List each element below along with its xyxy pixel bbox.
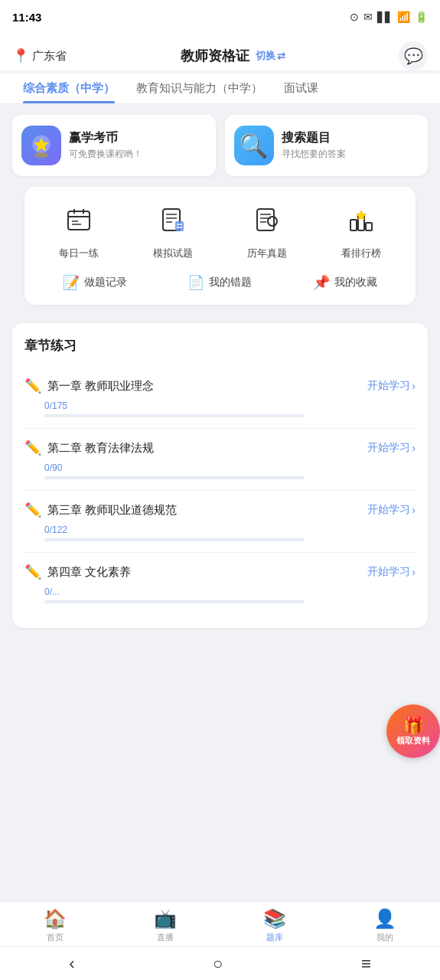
quick-item-mistakes[interactable]: 📄 我的错题 bbox=[187, 274, 252, 291]
tab-interview[interactable]: 面试课 bbox=[273, 74, 329, 103]
tab-label-2: 面试课 bbox=[284, 81, 318, 94]
quick-section: 每日一练 模拟试题 bbox=[24, 187, 416, 305]
location-text: 广东省 bbox=[32, 49, 67, 64]
favorites-icon: 📌 bbox=[313, 274, 330, 291]
chapter-item-4[interactable]: ✏️ 第四章 文化素养 开始学习 › 0/... bbox=[24, 553, 416, 614]
svg-rect-3 bbox=[68, 211, 90, 230]
chapter-start-3[interactable]: 开始学习 › bbox=[367, 503, 416, 517]
profile-icon: 👤 bbox=[373, 908, 396, 929]
tabs-bar: 综合素质（中学） 教育知识与能力（中学） 面试课 bbox=[0, 74, 440, 104]
status-icons: ⊙ ✉ ▋▋ 📶 🔋 bbox=[350, 11, 428, 23]
chapter-row-1: ✏️ 第一章 教师职业理念 开始学习 › bbox=[24, 377, 416, 394]
quick-item-favorites[interactable]: 📌 我的收藏 bbox=[313, 274, 377, 291]
switch-icon: ⇄ bbox=[277, 51, 285, 62]
svg-rect-21 bbox=[350, 220, 357, 230]
chapter-progress-1: 0/175 bbox=[24, 400, 416, 417]
chapter-section-title: 章节练习 bbox=[24, 337, 416, 354]
daily-practice-icon bbox=[59, 201, 99, 240]
banner-row: 赢学考币 可免费换课程哟！ 🔍 搜索题目 寻找想要的答案 bbox=[0, 104, 440, 187]
nav-item-profile[interactable]: 👤 我的 bbox=[330, 908, 440, 943]
message-icon: ✉ bbox=[363, 11, 373, 23]
status-bar: 11:43 ⊙ ✉ ▋▋ 📶 🔋 bbox=[0, 0, 440, 34]
signal-icon: ▋▋ bbox=[377, 11, 393, 23]
switch-button[interactable]: 切换 ⇄ bbox=[256, 49, 285, 63]
svg-rect-23 bbox=[366, 223, 372, 230]
chapter-progress-2: 0/90 bbox=[24, 462, 416, 479]
nav-label-live: 直播 bbox=[157, 932, 174, 943]
chapter-chevron-2: › bbox=[412, 442, 416, 454]
chapter-edit-icon-4: ✏️ bbox=[24, 564, 41, 580]
quick-sub-label-mistakes: 我的错题 bbox=[209, 276, 252, 289]
chapter-edit-icon-3: ✏️ bbox=[24, 501, 41, 518]
quick-sub-label-records: 做题记录 bbox=[84, 276, 127, 289]
header-location[interactable]: 📍 广东省 bbox=[12, 47, 67, 64]
chapter-row-4: ✏️ 第四章 文化素养 开始学习 › bbox=[24, 564, 416, 580]
chapter-name-3: 第三章 教师职业道德规范 bbox=[47, 503, 177, 518]
chapter-row-3: ✏️ 第三章 教师职业道德规范 开始学习 › bbox=[24, 501, 416, 518]
chapter-item-2[interactable]: ✏️ 第二章 教育法律法规 开始学习 › 0/90 bbox=[24, 429, 416, 491]
svg-rect-13 bbox=[175, 221, 184, 231]
quick-item-records[interactable]: 📝 做题记录 bbox=[63, 274, 127, 291]
home-icon: 🏠 bbox=[44, 908, 67, 929]
header-title: 教师资格证 切换 ⇄ bbox=[181, 47, 285, 65]
star-coin-icon bbox=[28, 132, 55, 159]
status-time: 11:43 bbox=[12, 11, 41, 24]
chapter-edit-icon-1: ✏️ bbox=[24, 377, 41, 394]
progress-bar-bg-3 bbox=[44, 538, 305, 541]
chapter-start-label-2: 开始学习 bbox=[367, 441, 410, 455]
records-icon: 📝 bbox=[63, 274, 80, 291]
chat-icon: 💬 bbox=[404, 47, 423, 65]
chapter-start-label-3: 开始学习 bbox=[367, 503, 410, 517]
library-icon: 📚 bbox=[263, 908, 286, 929]
chapter-progress-4: 0/... bbox=[24, 586, 416, 603]
chapter-count-2: 0/90 bbox=[44, 462, 416, 473]
nav-item-home[interactable]: 🏠 首页 bbox=[0, 908, 110, 943]
quick-item-history[interactable]: 历年真题 bbox=[247, 201, 287, 260]
quick-item-ranking[interactable]: 看排行榜 bbox=[341, 201, 381, 260]
tab-comprehensive-middle[interactable]: 综合素质（中学） bbox=[12, 74, 125, 103]
system-nav: ‹ ○ ≡ bbox=[0, 946, 440, 980]
chapter-left-3: ✏️ 第三章 教师职业道德规范 bbox=[24, 501, 177, 518]
quick-item-daily[interactable]: 每日一练 bbox=[59, 201, 99, 260]
tab-label-0: 综合素质（中学） bbox=[23, 81, 115, 94]
tab-label-1: 教育知识与能力（中学） bbox=[136, 81, 262, 94]
nav-item-live[interactable]: 📺 直播 bbox=[110, 908, 220, 943]
chapter-progress-3: 0/122 bbox=[24, 524, 416, 541]
home-button[interactable]: ○ bbox=[194, 948, 241, 980]
nav-item-library[interactable]: 📚 题库 bbox=[220, 908, 331, 943]
chapter-left-4: ✏️ 第四章 文化素养 bbox=[24, 564, 131, 580]
bottom-nav: 🏠 首页 📺 直播 📚 题库 👤 我的 bbox=[0, 901, 440, 946]
banner-search-subtitle: 寻找想要的答案 bbox=[282, 148, 346, 161]
chapter-item-1[interactable]: ✏️ 第一章 教师职业理念 开始学习 › 0/175 bbox=[24, 367, 416, 429]
menu-button[interactable]: ≡ bbox=[343, 948, 389, 980]
float-badge[interactable]: 🎁 领取资料 bbox=[386, 704, 440, 758]
chapter-start-2[interactable]: 开始学习 › bbox=[367, 441, 416, 455]
search-magnifier-icon: 🔍 bbox=[240, 132, 268, 159]
banner-coin-card[interactable]: 赢学考币 可免费换课程哟！ bbox=[12, 115, 216, 176]
quick-label-ranking: 看排行榜 bbox=[341, 247, 381, 260]
svg-rect-16 bbox=[257, 209, 274, 230]
history-exam-icon bbox=[247, 201, 287, 240]
chapter-start-label-4: 开始学习 bbox=[367, 565, 410, 579]
svg-point-2 bbox=[34, 152, 48, 158]
banner-search-card[interactable]: 🔍 搜索题目 寻找想要的答案 bbox=[225, 115, 429, 176]
chapter-left-2: ✏️ 第二章 教育法律法规 bbox=[24, 439, 154, 456]
chapter-chevron-4: › bbox=[412, 566, 416, 578]
back-button[interactable]: ‹ bbox=[51, 948, 93, 980]
chapter-row-2: ✏️ 第二章 教育法律法规 开始学习 › bbox=[24, 439, 416, 456]
chapter-start-1[interactable]: 开始学习 › bbox=[367, 379, 416, 393]
nav-label-profile: 我的 bbox=[376, 932, 393, 943]
quick-item-mock[interactable]: 模拟试题 bbox=[153, 201, 193, 260]
quick-label-history: 历年真题 bbox=[247, 247, 287, 260]
chapter-item-3[interactable]: ✏️ 第三章 教师职业道德规范 开始学习 › 0/122 bbox=[24, 491, 416, 553]
tab-education-knowledge[interactable]: 教育知识与能力（中学） bbox=[125, 74, 273, 103]
nav-label-library: 题库 bbox=[266, 932, 283, 943]
live-icon: 📺 bbox=[154, 908, 177, 929]
quick-label-mock: 模拟试题 bbox=[153, 247, 193, 260]
quick-sub-label-favorites: 我的收藏 bbox=[334, 276, 377, 289]
location-icon: 📍 bbox=[12, 47, 29, 64]
chat-button[interactable]: 💬 bbox=[399, 41, 428, 70]
quick-label-daily: 每日一练 bbox=[59, 247, 99, 260]
banner-search-icon-wrap: 🔍 bbox=[234, 126, 274, 165]
chapter-start-4[interactable]: 开始学习 › bbox=[367, 565, 416, 579]
